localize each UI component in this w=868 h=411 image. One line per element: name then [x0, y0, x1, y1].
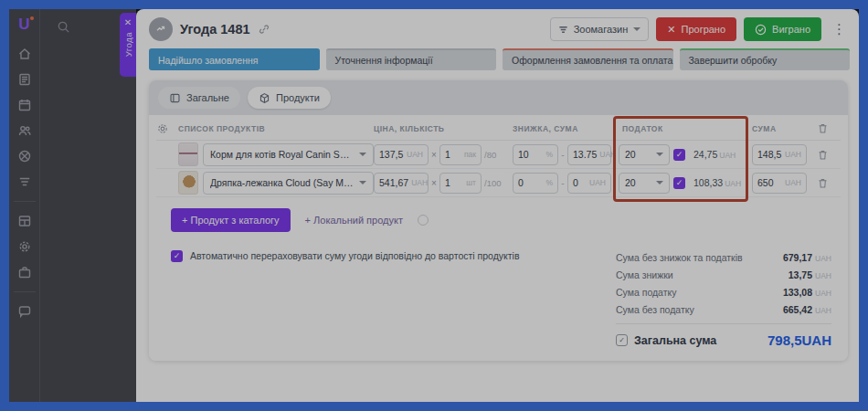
summary-row: Сума без податку 665,42UAH — [616, 300, 831, 318]
drawer-tab-label: Угода — [123, 32, 133, 57]
product-select[interactable]: Корм для котів Royal Canin Sensible 400 … — [203, 143, 374, 166]
tabs-bar: Загальне Продукти — [149, 80, 848, 115]
products-tab-content: СПИСОК ПРОДУКТІВ ЦІНА, КІЛЬКІСТЬ ЗНИЖКА,… — [149, 115, 848, 361]
add-local-product-button[interactable]: + Локальний продукт — [305, 215, 403, 226]
discount-amount-input[interactable]: 13.75UAH — [567, 144, 611, 165]
stock-count: /80 — [482, 150, 505, 160]
annotation-frame: U ✕ Угода — [0, 0, 868, 411]
product-thumbnail — [178, 171, 198, 195]
ball-icon[interactable] — [17, 149, 32, 163]
sidebar: U — [9, 9, 136, 402]
autorecalc-checkbox[interactable]: ✓ — [171, 250, 183, 262]
briefcase-icon[interactable] — [17, 265, 32, 279]
settings-icon[interactable] — [17, 239, 32, 254]
home-icon[interactable] — [17, 47, 32, 61]
tax-rate-select[interactable]: 20 — [619, 144, 670, 165]
products-table: СПИСОК ПРОДУКТІВ ЦІНА, КІЛЬКІСТЬ ЗНИЖКА,… — [156, 117, 841, 197]
x-icon: ✕ — [667, 24, 675, 36]
logo-dot — [30, 16, 34, 20]
close-icon[interactable]: ✕ — [124, 18, 132, 27]
summary-row: Сума знижки 13,75UAH — [616, 266, 831, 283]
total-value: 798,5UAH — [767, 332, 831, 348]
delete-row-trash-icon[interactable] — [807, 177, 829, 189]
pipeline-select-value: Зоомагазин — [574, 24, 629, 35]
col-header-price: ЦІНА, КІЛЬКІСТЬ — [374, 124, 513, 133]
chevron-down-icon — [656, 181, 663, 184]
layout-icon — [169, 92, 181, 104]
autorecalc-label: Автоматично перераховувати суму угоди ві… — [190, 250, 520, 261]
checked-square-icon: ✓ — [616, 334, 628, 346]
funnel-icon[interactable] — [17, 174, 32, 189]
quantity-input[interactable]: 1шт — [439, 173, 482, 194]
app-logo[interactable]: U — [18, 16, 29, 34]
calendar-icon[interactable] — [17, 98, 32, 112]
chat-icon[interactable] — [17, 304, 32, 319]
pipeline-select[interactable]: Зоомагазин — [550, 17, 650, 41]
col-header-discount: ЗНИЖКА, СУМА — [513, 124, 619, 133]
stock-count: /100 — [482, 178, 505, 188]
price-input[interactable]: 137,5UAH — [374, 144, 429, 165]
sidebar-divider — [14, 201, 36, 202]
total-row: ✓ Загальна сума 798,5UAH — [616, 323, 831, 348]
stage-item[interactable]: Оформлення замовлення та оплата — [503, 48, 673, 70]
deal-avatar-icon — [149, 17, 173, 41]
package-icon — [259, 92, 270, 104]
col-header-tax: ПОДАТОК — [619, 124, 745, 133]
sidebar-divider — [14, 291, 36, 292]
stage-item[interactable]: Надійшло замовлення — [149, 48, 320, 70]
table-header-row: СПИСОК ПРОДУКТІВ ЦІНА, КІЛЬКІСТЬ ЗНИЖКА,… — [156, 117, 841, 141]
col-header-sum: СУМА — [752, 124, 807, 133]
stage-item[interactable]: Завершити обробку — [680, 48, 851, 70]
quantity-input[interactable]: 1пак — [439, 144, 482, 165]
product-thumbnail — [178, 142, 198, 166]
discount-percent-input[interactable]: 10% — [513, 144, 558, 165]
check-circle-icon — [755, 24, 767, 36]
row-sum-input[interactable]: 148,5UAH — [752, 144, 807, 165]
deal-drawer-tab[interactable]: ✕ Угода — [120, 13, 136, 77]
chevron-down-icon — [359, 153, 366, 156]
app-window: U ✕ Угода — [9, 9, 859, 402]
help-circle-icon[interactable] — [418, 215, 429, 226]
chevron-down-icon — [633, 27, 640, 31]
stage-item[interactable]: Уточнення інформації — [326, 48, 497, 70]
won-button[interactable]: Виграно — [744, 17, 821, 41]
table-settings-gear-icon[interactable] — [156, 122, 178, 135]
product-select[interactable]: Дряпка-лежанка Cloud (Say Meow) — [203, 172, 374, 195]
tab-products[interactable]: Продукти — [248, 87, 331, 109]
multiply-sign: × — [429, 150, 439, 160]
discount-percent-input[interactable]: 0% — [513, 173, 558, 194]
tax-amount: 24,75UAH — [693, 149, 745, 160]
pipeline-stages: Надійшло замовлення Уточнення інформації… — [136, 47, 859, 70]
add-catalog-product-button[interactable]: + Продукт з каталогу — [171, 208, 291, 232]
dash-sign: - — [558, 150, 567, 160]
price-input[interactable]: 541,67UAH — [374, 173, 429, 194]
lost-button[interactable]: ✕ Програно — [656, 17, 736, 41]
tax-checkbox[interactable]: ✓ — [673, 149, 685, 161]
table-row: Корм для котів Royal Canin Sensible 400 … — [156, 141, 841, 169]
delete-all-trash-icon[interactable] — [807, 122, 829, 134]
content-card: Загальне Продукти СПИСОК ПРОДУКТІВ — [149, 80, 848, 361]
more-menu-icon[interactable]: ⋮ — [829, 21, 850, 37]
dash-sign: - — [558, 178, 567, 188]
col-header-products: СПИСОК ПРОДУКТІВ — [178, 124, 374, 133]
link-icon[interactable] — [258, 23, 270, 36]
deal-panel: Угода 1481 Зоомагазин ✕ Програно Виграно — [136, 9, 859, 402]
customers-icon[interactable] — [17, 123, 32, 138]
tax-checkbox[interactable]: ✓ — [673, 177, 685, 189]
delete-row-trash-icon[interactable] — [807, 149, 829, 161]
total-label: Загальна сума — [634, 334, 716, 347]
multiply-sign: × — [429, 178, 439, 188]
row-sum-input[interactable]: 650UAH — [752, 173, 807, 194]
summary-block: Сума без знижок та податків 679,17UAH Су… — [616, 248, 841, 348]
search-icon[interactable] — [57, 20, 70, 34]
tab-general[interactable]: Загальне — [158, 87, 240, 109]
summary-row: Сума без знижок та податків 679,17UAH — [616, 248, 831, 266]
deal-header: Угода 1481 Зоомагазин ✕ Програно Виграно — [136, 9, 859, 47]
chevron-down-icon — [656, 153, 663, 156]
tax-rate-select[interactable]: 20 — [619, 173, 670, 194]
summary-row: Сума податку 133,08UAH — [616, 283, 831, 300]
orders-icon[interactable] — [17, 72, 32, 87]
table-icon[interactable] — [17, 214, 32, 228]
discount-amount-input[interactable]: 0UAH — [567, 173, 611, 194]
page-title: Угода 1481 — [180, 22, 250, 37]
